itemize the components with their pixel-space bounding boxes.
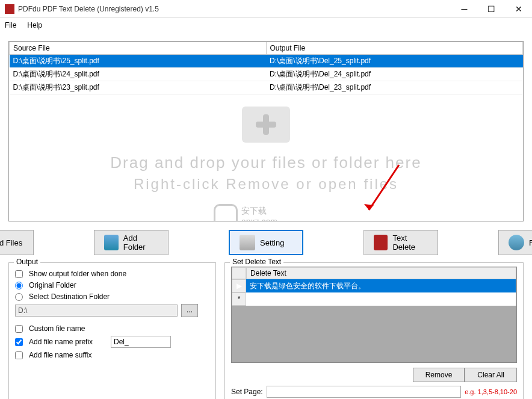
delete-text-row[interactable]: * — [232, 292, 516, 306]
set-page-input[interactable] — [267, 386, 461, 398]
add-files-button[interactable]: Add Files — [0, 230, 34, 255]
col-source[interactable]: Source File — [10, 42, 267, 55]
file-list-area[interactable]: Drag and drop your files or folder here … — [8, 41, 524, 221]
add-placeholder-icon — [242, 107, 290, 143]
add-folder-button[interactable]: Add Folder — [94, 230, 169, 255]
custom-name-label: Custom file name — [29, 324, 85, 333]
col-output[interactable]: Output File — [266, 42, 523, 55]
destination-folder-radio[interactable] — [15, 293, 23, 301]
original-folder-radio[interactable] — [15, 282, 23, 289]
minimize-button[interactable]: ─ — [451, 0, 478, 18]
output-group: Output Show output folder when done Orig… — [8, 262, 216, 399]
svg-line-0 — [369, 165, 399, 210]
clear-all-button[interactable]: Clear All — [465, 368, 517, 382]
lock-icon — [214, 204, 238, 221]
svg-marker-1 — [364, 204, 374, 210]
original-folder-label: Original Folder — [29, 281, 76, 289]
table-row[interactable]: D:\桌面\说明书\25_split.pdfD:\桌面\说明书\Del_25_s… — [10, 55, 523, 68]
window-title: PDFdu PDF Text Delete (Unregistered) v1.… — [18, 5, 451, 13]
custom-name-checkbox[interactable] — [15, 325, 23, 333]
prefix-label: Add file name prefix — [29, 338, 107, 346]
delete-legend: Set Delete Text — [230, 258, 283, 266]
setting-button[interactable]: Setting — [229, 230, 303, 255]
table-row[interactable]: D:\桌面\说明书\24_split.pdfD:\桌面\说明书\Del_24_s… — [10, 68, 523, 81]
text-delete-button[interactable]: Text Delete — [363, 230, 438, 255]
red-arrow-annotation — [363, 162, 405, 216]
drop-hint-2: Right-click Remove or open files — [134, 176, 398, 193]
remove-button[interactable]: Remove — [413, 368, 465, 382]
suffix-checkbox[interactable] — [15, 351, 23, 359]
delete-text-grid[interactable]: Delete Text ▶安下载是绿色安全的软件下载平台。* — [231, 267, 517, 363]
prefix-input[interactable] — [111, 336, 171, 348]
table-row[interactable]: D:\桌面\说明书\23_split.pdfD:\桌面\说明书\Del_23_s… — [10, 81, 523, 94]
show-folder-checkbox[interactable] — [15, 270, 23, 278]
suffix-label: Add file name suffix — [29, 351, 92, 359]
destination-folder-label: Select Destination Folder — [29, 292, 110, 301]
drop-hint-1: Drag and drop your files or folder here — [110, 153, 421, 172]
delete-text-group: Set Delete Text Delete Text ▶安下载是绿色安全的软件… — [224, 262, 524, 399]
close-button[interactable]: ✕ — [505, 0, 532, 18]
show-folder-label: Show output folder when done — [29, 270, 126, 278]
output-legend: Output — [14, 258, 40, 266]
menu-help[interactable]: Help — [27, 21, 42, 29]
app-icon — [5, 4, 14, 14]
set-page-example: e.g. 1,3,5-8,10-20 — [465, 388, 517, 395]
register-button[interactable]: Register — [498, 230, 532, 255]
delete-text-header[interactable]: Delete Text — [246, 267, 516, 279]
file-table[interactable]: Source File Output File D:\桌面\说明书\25_spl… — [9, 42, 523, 94]
menu-file[interactable]: File — [5, 21, 16, 29]
register-icon — [509, 235, 524, 250]
text-delete-icon — [374, 235, 388, 250]
browse-button[interactable]: ... — [181, 304, 198, 317]
add-folder-icon — [104, 235, 119, 250]
watermark: 安下载 anxz.com — [214, 204, 277, 221]
maximize-button[interactable]: ☐ — [478, 0, 505, 18]
setting-icon — [240, 235, 255, 250]
destination-path-input — [15, 305, 178, 317]
prefix-checkbox[interactable] — [15, 338, 23, 346]
delete-text-row[interactable]: ▶安下载是绿色安全的软件下载平台。 — [232, 279, 516, 292]
set-page-label: Set Page: — [231, 388, 263, 396]
